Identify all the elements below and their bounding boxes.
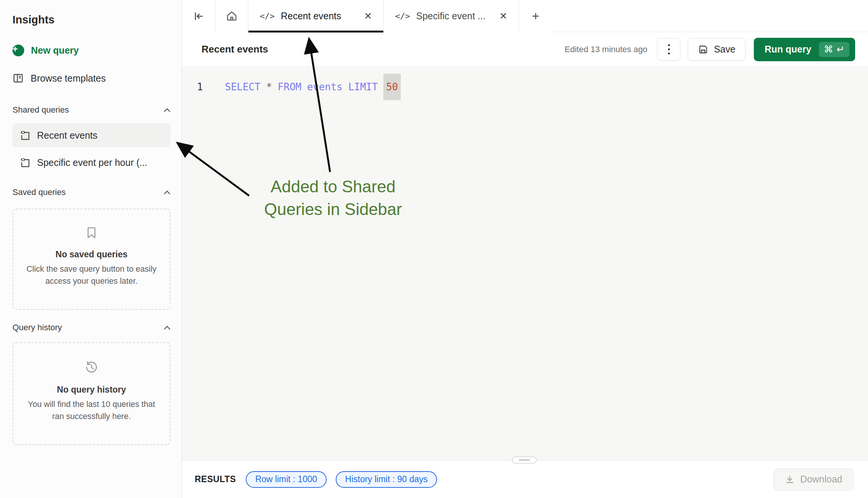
browse-templates-button[interactable]: Browse templates — [12, 73, 106, 84]
save-label: Save — [714, 44, 735, 55]
sql-keyword: SELECT — [225, 81, 260, 93]
new-query-button[interactable]: + New query — [12, 45, 79, 56]
saved-queries-label: Saved queries — [12, 187, 66, 197]
new-query-label: New query — [31, 45, 79, 56]
line-number: 1 — [197, 77, 203, 97]
close-tab-icon[interactable]: ✕ — [497, 10, 510, 22]
sidebar-item-specific-event[interactable]: Specific event per hour (... — [12, 150, 170, 175]
tab-label: Specific event ... — [416, 11, 491, 22]
sql-code-line: SELECT*FROMeventsLIMIT50 — [225, 77, 401, 97]
panel-resize-handle[interactable] — [512, 456, 537, 464]
query-history-empty-state: No query history You will find the last … — [12, 342, 170, 445]
sidebar-item-recent-events[interactable]: Recent events — [12, 123, 170, 147]
sidebar-item-label: Specific event per hour (... — [37, 157, 147, 168]
shared-queries-header[interactable]: Shared queries — [12, 105, 170, 115]
cmd-icon: ⌘ — [824, 44, 833, 55]
chevron-up-icon — [164, 190, 170, 195]
bookmark-icon — [85, 226, 98, 240]
collapse-sidebar-button[interactable] — [182, 0, 215, 32]
tab-label: Recent events — [281, 11, 356, 22]
empty-title: No saved queries — [56, 249, 127, 260]
sql-identifier: events — [307, 81, 343, 93]
chevron-up-icon — [164, 326, 170, 330]
download-label: Download — [800, 474, 842, 485]
edited-timestamp: Edited 13 minutes ago — [565, 45, 648, 54]
download-icon — [785, 475, 795, 484]
code-tab-icon: </> — [260, 11, 275, 21]
tab-specific-event[interactable]: </> Specific event ... ✕ — [384, 0, 519, 32]
saved-queries-header[interactable]: Saved queries — [12, 187, 170, 197]
shared-queries-label: Shared queries — [12, 105, 69, 115]
code-square-icon — [20, 157, 31, 168]
row-limit-pill[interactable]: Row limit : 1000 — [246, 471, 327, 488]
home-button[interactable] — [215, 0, 248, 32]
query-history-header[interactable]: Query history — [12, 323, 170, 333]
saved-queries-empty-state: No saved queries Click the save query bu… — [12, 209, 170, 310]
empty-body: Click the save query button to easily ac… — [26, 263, 157, 288]
sidebar-item-label: Recent events — [37, 130, 98, 141]
empty-body: You will find the last 10 queries that r… — [26, 399, 157, 423]
sql-keyword: FROM — [278, 81, 302, 93]
sql-operator: * — [266, 81, 272, 93]
run-query-button[interactable]: Run query ⌘ ↵ — [754, 38, 855, 61]
home-icon — [225, 10, 238, 23]
new-tab-button[interactable]: + — [519, 0, 552, 32]
sql-keyword: LIMIT — [348, 81, 378, 93]
return-icon: ↵ — [837, 44, 845, 55]
download-button[interactable]: Download — [773, 469, 854, 490]
run-query-label: Run query — [764, 44, 811, 55]
save-button[interactable]: Save — [688, 38, 746, 61]
keyboard-shortcut-badge: ⌘ ↵ — [819, 42, 849, 57]
code-tab-icon: </> — [395, 11, 410, 21]
results-label: RESULTS — [195, 474, 236, 484]
plus-icon: + — [532, 9, 539, 23]
collapse-sidebar-icon — [192, 10, 205, 22]
results-bar: RESULTS Row limit : 1000 History limit :… — [182, 460, 868, 498]
history-limit-pill[interactable]: History limit : 90 days — [336, 471, 437, 488]
query-history-label: Query history — [12, 323, 62, 333]
chevron-up-icon — [164, 108, 170, 112]
browse-templates-label: Browse templates — [31, 73, 106, 84]
code-square-icon — [20, 130, 31, 141]
plus-circle-icon: + — [12, 45, 24, 56]
kebab-icon — [668, 44, 670, 54]
query-toolbar: Recent events Edited 13 minutes ago Save… — [182, 32, 868, 67]
templates-icon — [12, 73, 24, 84]
history-clock-icon — [84, 360, 99, 375]
close-tab-icon[interactable]: ✕ — [362, 10, 374, 22]
insights-app: Insights + New query Browse templates Sh… — [0, 0, 868, 498]
page-title: Insights — [12, 14, 54, 26]
more-options-button[interactable] — [657, 38, 680, 61]
sql-number-highlighted: 50 — [383, 74, 400, 100]
empty-title: No query history — [57, 385, 126, 395]
sidebar: Insights + New query Browse templates Sh… — [0, 0, 182, 498]
save-icon — [698, 44, 708, 55]
tab-recent-events[interactable]: </> Recent events ✕ — [248, 0, 384, 32]
sql-editor[interactable]: 1 SELECT*FROMeventsLIMIT50 — [182, 67, 868, 460]
query-title: Recent events — [202, 43, 268, 55]
tab-bar: </> Recent events ✕ </> Specific event .… — [182, 0, 868, 32]
